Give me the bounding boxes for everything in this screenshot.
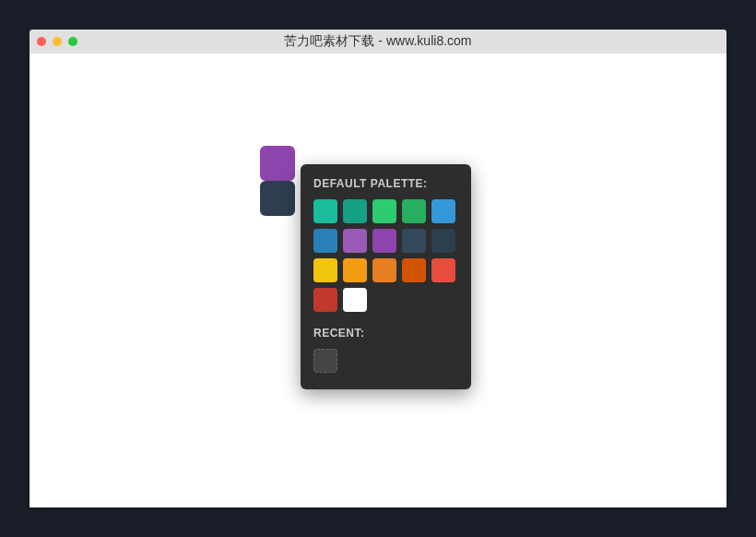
default-palette-grid <box>313 199 458 312</box>
close-icon[interactable] <box>37 37 46 46</box>
palette-color-1[interactable] <box>343 199 367 223</box>
palette-color-12[interactable] <box>372 258 396 282</box>
palette-color-7[interactable] <box>372 229 396 253</box>
recent-color-empty[interactable] <box>313 349 337 373</box>
window-title: 苦力吧素材下载 - www.kuli8.com <box>284 33 471 50</box>
app-window: 苦力吧素材下载 - www.kuli8.com DEFAULT PALETTE:… <box>30 30 726 507</box>
primary-swatch[interactable] <box>260 146 295 181</box>
default-palette-label: DEFAULT PALETTE: <box>313 177 458 190</box>
palette-color-4[interactable] <box>431 199 455 223</box>
maximize-icon[interactable] <box>68 37 77 46</box>
palette-color-2[interactable] <box>372 199 396 223</box>
palette-color-15[interactable] <box>313 288 337 312</box>
palette-popup: DEFAULT PALETTE: RECENT: <box>301 164 471 389</box>
recent-palette-grid <box>313 349 458 373</box>
palette-color-13[interactable] <box>402 258 426 282</box>
window-content: DEFAULT PALETTE: RECENT: <box>30 54 726 507</box>
recent-palette-label: RECENT: <box>313 327 458 340</box>
palette-color-9[interactable] <box>431 229 455 253</box>
traffic-lights <box>37 37 77 46</box>
palette-color-10[interactable] <box>313 258 337 282</box>
window-titlebar: 苦力吧素材下载 - www.kuli8.com <box>30 30 726 54</box>
secondary-swatch[interactable] <box>260 181 295 216</box>
palette-color-14[interactable] <box>431 258 455 282</box>
minimize-icon[interactable] <box>53 37 62 46</box>
palette-color-16[interactable] <box>343 288 367 312</box>
swatch-stack <box>260 146 295 216</box>
palette-color-6[interactable] <box>343 229 367 253</box>
palette-color-11[interactable] <box>343 258 367 282</box>
palette-color-8[interactable] <box>402 229 426 253</box>
palette-color-0[interactable] <box>313 199 337 223</box>
palette-color-3[interactable] <box>402 199 426 223</box>
palette-color-5[interactable] <box>313 229 337 253</box>
